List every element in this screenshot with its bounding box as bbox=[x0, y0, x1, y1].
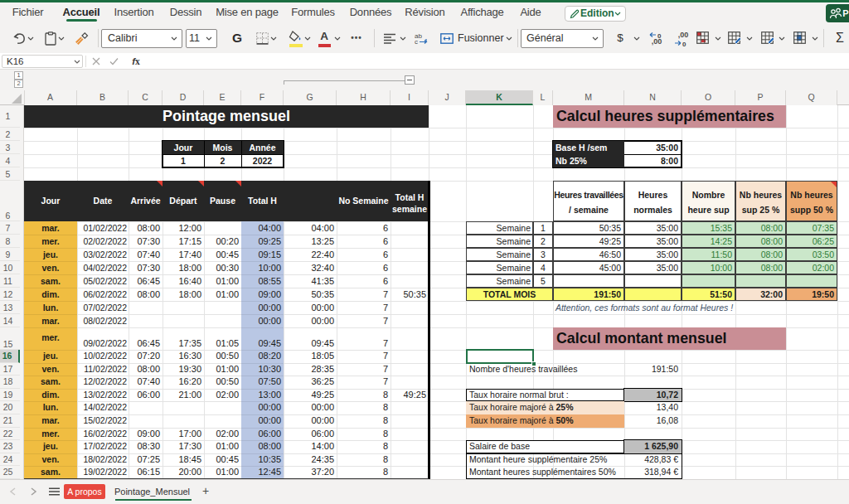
svg-text:0: 0 bbox=[682, 41, 686, 47]
svg-text:c: c bbox=[415, 38, 418, 45]
